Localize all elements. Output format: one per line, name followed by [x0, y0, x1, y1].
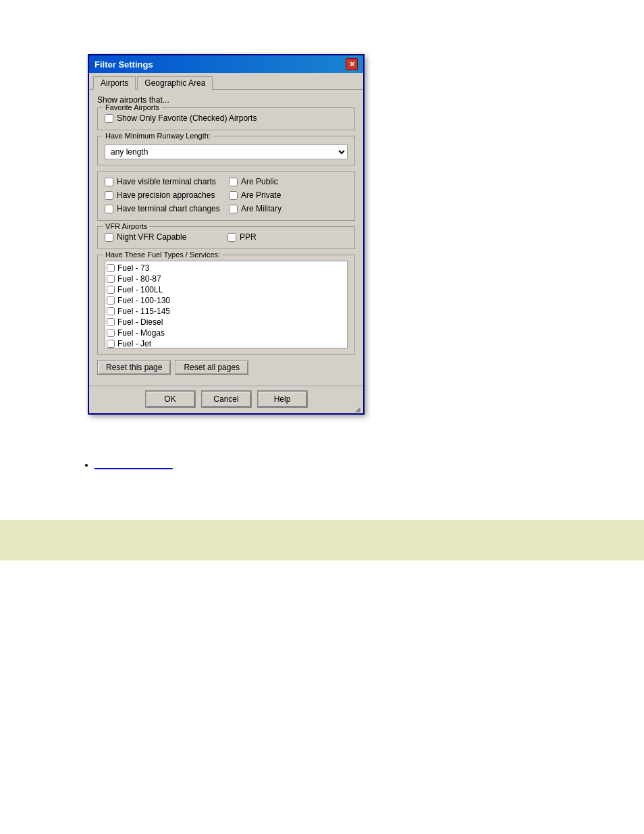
fuel-80-87-label: Fuel - 80-87	[117, 274, 161, 284]
are-military-label: Are Military	[241, 204, 281, 213]
ppr-label: PPR	[240, 232, 257, 242]
night-vfr-checkbox[interactable]	[105, 233, 113, 242]
fuel-jet-checkbox[interactable]	[107, 340, 115, 348]
cancel-button[interactable]: Cancel	[201, 390, 252, 408]
terminal-chart-changes-row: Have terminal chart changes	[105, 204, 223, 213]
are-private-label: Are Private	[241, 190, 281, 200]
reset-buttons-row: Reset this page Reset all pages	[97, 360, 355, 375]
vfr-airports-title: VFR Airports	[103, 222, 149, 230]
tab-bar: Airports Geographic Area	[89, 73, 363, 90]
fuel-73-label: Fuel - 73	[117, 263, 149, 273]
ppr-checkbox[interactable]	[227, 233, 236, 242]
terminal-chart-changes-checkbox[interactable]	[105, 205, 113, 213]
list-item: Fuel - 100-130	[107, 295, 346, 306]
runway-length-title: Have Minimum Runway Length:	[103, 132, 213, 140]
fuel-services-group: Have These Fuel Types / Services: Fuel -…	[97, 255, 355, 355]
runway-length-select[interactable]: any length 1000 ft 2000 ft 3000 ft 4000 …	[105, 145, 348, 159]
fuel-listbox[interactable]: Fuel - 73 Fuel - 80-87 Fuel - 100LL Fuel…	[105, 261, 348, 348]
runway-length-dropdown-row: any length 1000 ft 2000 ft 3000 ft 4000 …	[105, 145, 348, 159]
fuel-mogas-checkbox[interactable]	[107, 329, 115, 337]
ppr-row: PPR	[227, 232, 348, 242]
are-public-label: Are Public	[241, 177, 278, 186]
list-item: Fuel - 80-87	[107, 273, 346, 284]
help-button[interactable]: Help	[257, 390, 308, 408]
fuel-jet-label: Fuel - Jet	[117, 339, 151, 348]
precision-approaches-row: Have precision approaches	[105, 190, 223, 200]
filter-settings-dialog: Filter Settings Airports Geographic Area…	[88, 54, 365, 415]
list-item: Fuel - 100LL	[107, 284, 346, 295]
are-military-checkbox[interactable]	[229, 205, 238, 213]
runway-length-group: Have Minimum Runway Length: any length 1…	[97, 136, 355, 165]
dialog-title: Filter Settings	[95, 59, 153, 70]
vfr-row: Night VFR Capable PPR	[105, 232, 348, 243]
fuel-services-title: Have These Fuel Types / Services:	[103, 251, 222, 259]
ok-button[interactable]: OK	[145, 390, 196, 408]
precision-approaches-checkbox[interactable]	[105, 191, 113, 200]
tab-airports[interactable]: Airports	[93, 76, 136, 90]
are-military-row: Are Military	[229, 204, 348, 213]
fuel-80-87-checkbox[interactable]	[107, 275, 115, 283]
list-item: Fuel - Jet	[107, 338, 346, 348]
resize-handle[interactable]: ◢	[355, 405, 363, 413]
night-vfr-row: Night VFR Capable	[105, 232, 225, 242]
reset-all-pages-button[interactable]: Reset all pages	[175, 360, 248, 375]
show-only-favorite-checkbox[interactable]	[105, 114, 113, 123]
dialog-content: Show airports that... Favorite Airports …	[89, 90, 363, 386]
fuel-100ll-label: Fuel - 100LL	[117, 285, 163, 294]
night-vfr-label: Night VFR Capable	[117, 232, 186, 242]
title-bar: Filter Settings	[89, 55, 363, 73]
terminal-chart-changes-label: Have terminal chart changes	[117, 204, 220, 213]
are-private-checkbox[interactable]	[229, 191, 238, 200]
fuel-100ll-checkbox[interactable]	[107, 286, 115, 294]
favorite-airports-group: Favorite Airports Show Only Favorite (Ch…	[97, 107, 355, 130]
are-public-row: Are Public	[229, 177, 348, 186]
bullet-section: ________________	[0, 432, 644, 483]
fuel-100-130-checkbox[interactable]	[107, 296, 115, 305]
visible-terminal-charts-row: Have visible terminal charts	[105, 177, 223, 186]
show-only-favorite-label: Show Only Favorite (Checked) Airports	[117, 113, 257, 123]
are-public-checkbox[interactable]	[229, 178, 238, 186]
are-private-row: Are Private	[229, 190, 348, 200]
list-item: Fuel - 115-145	[107, 306, 346, 317]
precision-approaches-label: Have precision approaches	[117, 190, 215, 200]
visible-terminal-charts-checkbox[interactable]	[105, 178, 113, 186]
vfr-airports-group: VFR Airports Night VFR Capable PPR	[97, 226, 355, 249]
reset-this-page-button[interactable]: Reset this page	[97, 360, 171, 375]
fuel-diesel-checkbox[interactable]	[107, 318, 115, 326]
tab-geographic-area[interactable]: Geographic Area	[137, 76, 213, 90]
show-only-favorite-row: Show Only Favorite (Checked) Airports	[105, 113, 348, 123]
features-checkboxes-grid: Have visible terminal charts Are Public …	[97, 171, 355, 221]
action-buttons-row: OK Cancel Help	[89, 386, 363, 413]
fuel-115-145-label: Fuel - 115-145	[117, 307, 170, 316]
list-item: Fuel - Diesel	[107, 317, 346, 328]
page-below: ________________	[0, 432, 644, 483]
fuel-73-checkbox[interactable]	[107, 264, 115, 272]
yellow-bar	[0, 520, 644, 561]
favorite-airports-title: Favorite Airports	[103, 103, 161, 111]
fuel-115-145-checkbox[interactable]	[107, 307, 115, 315]
close-button[interactable]	[346, 58, 358, 70]
list-item: Fuel - Mogas	[107, 328, 346, 338]
list-item: Fuel - 73	[107, 263, 346, 273]
fuel-diesel-label: Fuel - Diesel	[117, 317, 163, 327]
page-link[interactable]: ________________	[95, 459, 173, 469]
fuel-mogas-label: Fuel - Mogas	[117, 328, 165, 338]
fuel-100-130-label: Fuel - 100-130	[117, 296, 170, 305]
visible-terminal-charts-label: Have visible terminal charts	[117, 177, 216, 186]
